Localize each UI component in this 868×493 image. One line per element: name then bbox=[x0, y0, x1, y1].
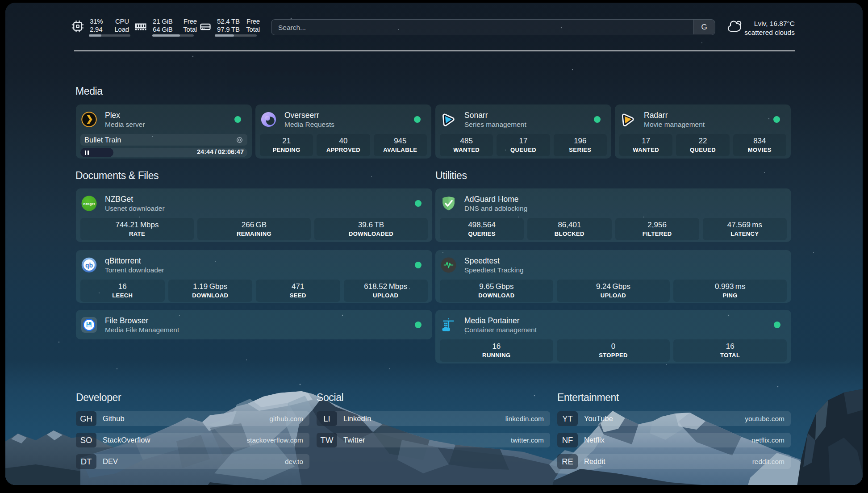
svg-text:qb: qb bbox=[85, 262, 93, 269]
svg-text:nzbget: nzbget bbox=[83, 202, 95, 206]
